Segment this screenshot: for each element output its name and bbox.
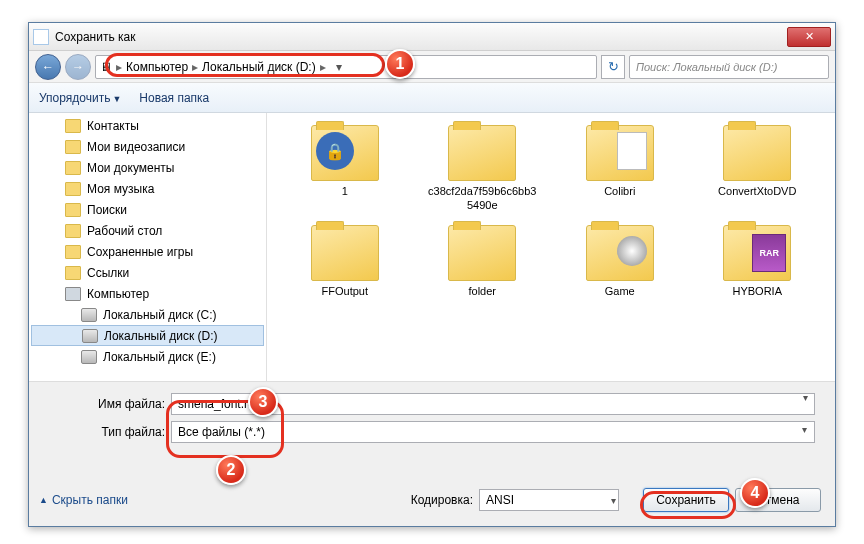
- encoding-select[interactable]: ANSI▾: [479, 489, 619, 511]
- tree-item[interactable]: Моя музыка: [29, 178, 266, 199]
- folder-icon: [65, 224, 81, 238]
- folder-item[interactable]: FFOutput: [281, 223, 409, 301]
- drive-icon: [82, 329, 98, 343]
- tree-item[interactable]: Мои видеозаписи: [29, 136, 266, 157]
- folder-icon: [65, 203, 81, 217]
- annotation-marker-4: 4: [740, 478, 770, 508]
- folder-icon: [65, 161, 81, 175]
- annotation-marker-2: 2: [216, 455, 246, 485]
- folder-label: Game: [605, 285, 635, 299]
- computer-icon: [65, 287, 81, 301]
- body-area: КонтактыМои видеозаписиМои документыМоя …: [29, 113, 835, 403]
- drive-icon: [81, 350, 97, 364]
- folder-icon: [311, 225, 379, 281]
- folder-label: c38cf2da7f59b6c6bb35490e: [427, 185, 537, 213]
- tree-item-label: Локальный диск (D:): [104, 329, 218, 343]
- nav-bar: ← → 🖥 ▸ Компьютер ▸ Локальный диск (D:) …: [29, 51, 835, 83]
- new-folder-button[interactable]: Новая папка: [139, 91, 209, 105]
- tree-item-label: Локальный диск (C:): [103, 308, 217, 322]
- toolbar: Упорядочить▼ Новая папка: [29, 83, 835, 113]
- folder-icon: [65, 140, 81, 154]
- breadcrumb-icon: 🖥: [100, 60, 112, 74]
- folder-icon: [586, 225, 654, 281]
- tree-item-label: Локальный диск (E:): [103, 350, 216, 364]
- folder-item[interactable]: ConvertXtoDVD: [694, 123, 822, 215]
- tree-item-label: Мои документы: [87, 161, 174, 175]
- breadcrumb[interactable]: 🖥 ▸ Компьютер ▸ Локальный диск (D:) ▸ ▾: [95, 55, 597, 79]
- drive-icon: [81, 308, 97, 322]
- app-icon: [33, 29, 49, 45]
- bottom-panel: Имя файла: smena_font.reg▾ Тип файла: Вс…: [29, 381, 835, 526]
- folder-label: HYBORIA: [732, 285, 782, 299]
- folder-icon: [723, 225, 791, 281]
- folder-item[interactable]: 1: [281, 123, 409, 215]
- folder-icon: [311, 125, 379, 181]
- tree-item-label: Ссылки: [87, 266, 129, 280]
- breadcrumb-computer[interactable]: Компьютер: [126, 60, 188, 74]
- folder-icon: [65, 182, 81, 196]
- tree-item[interactable]: Сохраненные игры: [29, 241, 266, 262]
- tree-item-label: Компьютер: [87, 287, 149, 301]
- save-button[interactable]: Сохранить: [643, 488, 729, 512]
- folder-item[interactable]: c38cf2da7f59b6c6bb35490e: [419, 123, 547, 215]
- tree-item-label: Контакты: [87, 119, 139, 133]
- annotation-marker-1: 1: [385, 49, 415, 79]
- breadcrumb-drive[interactable]: Локальный диск (D:): [202, 60, 316, 74]
- folder-icon: [65, 245, 81, 259]
- folder-label: ConvertXtoDVD: [718, 185, 796, 199]
- tree-item[interactable]: Рабочий стол: [29, 220, 266, 241]
- file-list: 1c38cf2da7f59b6c6bb35490eColibriConvertX…: [267, 113, 835, 403]
- folder-label: FFOutput: [322, 285, 368, 299]
- tree-item[interactable]: Локальный диск (D:): [31, 325, 264, 346]
- forward-button[interactable]: →: [65, 54, 91, 80]
- filetype-select[interactable]: Все файлы (*.*)▾: [171, 421, 815, 443]
- tree-item-label: Мои видеозаписи: [87, 140, 185, 154]
- folder-label: Colibri: [604, 185, 635, 199]
- folder-label: folder: [468, 285, 496, 299]
- tree-item-label: Сохраненные игры: [87, 245, 193, 259]
- folder-icon: [65, 119, 81, 133]
- filename-label: Имя файла:: [77, 397, 165, 411]
- folder-item[interactable]: folder: [419, 223, 547, 301]
- chevron-right-icon: ▸: [192, 60, 198, 74]
- organize-menu[interactable]: Упорядочить▼: [39, 91, 121, 105]
- tree-item-label: Рабочий стол: [87, 224, 162, 238]
- hide-folders-toggle[interactable]: ▲Скрыть папки: [39, 493, 128, 507]
- folder-icon: [448, 125, 516, 181]
- folder-icon: [65, 266, 81, 280]
- filetype-label: Тип файла:: [77, 425, 165, 439]
- folder-icon: [448, 225, 516, 281]
- tree-item-label: Поиски: [87, 203, 127, 217]
- folder-item[interactable]: Game: [556, 223, 684, 301]
- chevron-right-icon: ▸: [116, 60, 122, 74]
- tree-item[interactable]: Поиски: [29, 199, 266, 220]
- back-button[interactable]: ←: [35, 54, 61, 80]
- breadcrumb-dropdown[interactable]: ▾: [330, 60, 348, 74]
- folder-icon: [723, 125, 791, 181]
- nav-tree: КонтактыМои видеозаписиМои документыМоя …: [29, 113, 267, 403]
- window-title: Сохранить как: [55, 30, 787, 44]
- tree-item[interactable]: Локальный диск (E:): [29, 346, 266, 367]
- search-input[interactable]: Поиск: Локальный диск (D:): [629, 55, 829, 79]
- tree-item-label: Моя музыка: [87, 182, 154, 196]
- tree-item[interactable]: Контакты: [29, 115, 266, 136]
- encoding-label: Кодировка:: [411, 493, 473, 507]
- folder-item[interactable]: Colibri: [556, 123, 684, 215]
- chevron-right-icon: ▸: [320, 60, 326, 74]
- tree-item[interactable]: Мои документы: [29, 157, 266, 178]
- folder-icon: [586, 125, 654, 181]
- save-as-dialog: Сохранить как ✕ ← → 🖥 ▸ Компьютер ▸ Лока…: [28, 22, 836, 527]
- folder-item[interactable]: HYBORIA: [694, 223, 822, 301]
- tree-item[interactable]: Компьютер: [29, 283, 266, 304]
- refresh-button[interactable]: ↻: [601, 55, 625, 79]
- close-button[interactable]: ✕: [787, 27, 831, 47]
- tree-item[interactable]: Ссылки: [29, 262, 266, 283]
- tree-item[interactable]: Локальный диск (C:): [29, 304, 266, 325]
- folder-label: 1: [342, 185, 348, 199]
- titlebar: Сохранить как ✕: [29, 23, 835, 51]
- annotation-marker-3: 3: [248, 387, 278, 417]
